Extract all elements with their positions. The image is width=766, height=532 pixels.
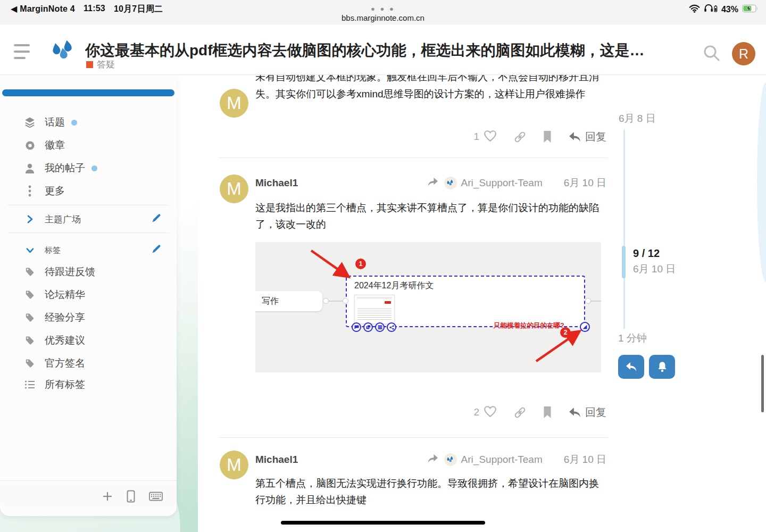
post-date[interactable]: 6月 10 日 — [564, 453, 606, 467]
post-date[interactable]: 6月 10 日 — [564, 176, 606, 190]
timeline-track — [623, 129, 625, 329]
search-icon[interactable] — [702, 44, 721, 65]
timeline-scroller[interactable] — [622, 246, 626, 278]
timeline-start-date[interactable]: 6月 8 日 — [619, 112, 656, 126]
sidebar-section-categories[interactable]: 主题广场 — [0, 211, 177, 228]
edit-pencil-icon[interactable] — [151, 244, 162, 256]
post-actions: 1 回复 — [255, 129, 606, 144]
headphones-battery-icon — [704, 4, 718, 15]
reply-to-avatar[interactable] — [444, 177, 457, 189]
sidebar-divider — [7, 232, 169, 233]
reply-button[interactable]: 回复 — [568, 130, 606, 144]
reply-label: 回复 — [585, 130, 606, 144]
notifications-bell-button[interactable] — [649, 355, 675, 379]
reply-to-name[interactable]: Ari_Support-Team — [461, 454, 543, 466]
address-bar[interactable]: bbs.marginnote.com.cn — [0, 13, 766, 22]
sidebar-tag-item[interactable]: 待跟进反馈 — [0, 263, 177, 280]
category-label: 答疑 — [97, 59, 115, 71]
sidebar-footer-divider — [0, 480, 177, 481]
reply-to-name[interactable]: Ari_Support-Team — [461, 177, 543, 189]
sidebar-item-label: 徽章 — [45, 138, 65, 152]
sidebar-item-label: 更多 — [45, 184, 65, 198]
forward-arrow-icon — [427, 453, 439, 466]
sidebar-section-tags[interactable]: 标签 — [0, 242, 177, 259]
reply-button[interactable]: 回复 — [568, 405, 606, 420]
post-text: 这是我指出的第三个槽点，其实来讲不算槽点了，算是你们设计的功能的缺陷了，该改一改… — [255, 200, 606, 232]
keyboard-shortcuts-button[interactable] — [149, 492, 163, 503]
screen: ◀ MarginNote 4 11:53 10月7日周二 ● ● ● bbs.m… — [0, 0, 766, 532]
sidebar-item-all-tags[interactable]: 所有标签 — [0, 376, 177, 393]
tag-label: 论坛精华 — [45, 288, 85, 302]
tag-label: 官方签名 — [45, 356, 85, 370]
unread-dot — [91, 165, 97, 171]
post-text: 失。其实你们可以参考xmind思维导图的设计方案的，这样让用户很难操作 — [255, 86, 606, 102]
home-indicator[interactable] — [281, 521, 485, 525]
like-count[interactable]: 1 — [473, 131, 479, 143]
post-divider — [218, 157, 608, 158]
edit-pencil-icon[interactable] — [151, 213, 162, 226]
reply-label: 回复 — [585, 405, 606, 420]
like-count[interactable]: 2 — [473, 406, 479, 418]
sidebar-footer — [0, 485, 177, 510]
sidebar-item-label: 我的帖子 — [45, 161, 85, 175]
tag-icon — [23, 359, 36, 368]
page-scrollbar[interactable] — [761, 355, 764, 412]
tag-icon — [23, 290, 36, 300]
chevron-down-icon — [23, 247, 36, 253]
timeline-current-date[interactable]: 6月 10 日 — [633, 262, 676, 276]
post-author-name[interactable]: Michael1 — [255, 177, 298, 189]
post-stream: M 未有自动创建文本框的现象。触发框在回车后不输入，不点会自动的移开且消 失。其… — [218, 75, 608, 516]
list-icon — [23, 380, 36, 389]
forum-header: 你这最基本的从pdf框选内容去做脑图的核心功能，框选出来的脑图如此模糊，这是… … — [0, 24, 766, 75]
post-divider — [218, 437, 608, 438]
post-image-mindmap[interactable]: 写作 2024年12月考研作文 — [255, 242, 601, 372]
copy-link-icon[interactable] — [513, 406, 527, 419]
post-author-avatar[interactable]: M — [220, 89, 248, 118]
hamburger-menu-icon[interactable] — [14, 44, 30, 59]
sidebar-item-badges[interactable]: 徽章 — [0, 137, 177, 154]
chevron-right-icon — [23, 215, 36, 223]
post-actions: 2 回复 — [255, 405, 606, 420]
bookmark-icon[interactable] — [543, 406, 552, 419]
badge-icon — [23, 140, 36, 151]
add-section-button[interactable] — [102, 491, 113, 504]
marginnote-logo[interactable] — [51, 37, 76, 67]
sidebar-tag-item[interactable]: 官方签名 — [0, 355, 177, 372]
sidebar-item-topics[interactable]: 话题 — [0, 114, 177, 131]
sidebar-item-label: 话题 — [45, 115, 65, 129]
sidebar-tag-item[interactable]: 论坛精华 — [0, 286, 177, 303]
tag-label: 优秀建议 — [45, 334, 85, 347]
like-heart-icon[interactable] — [483, 405, 497, 420]
post-header: Michael1 Ari_Support-Team 6月 10 日 — [255, 176, 606, 190]
unread-dot — [71, 120, 77, 126]
sidebar-accent-bar — [2, 89, 174, 96]
sidebar-item-my-posts[interactable]: 我的帖子 — [0, 160, 177, 177]
timeline-progress: 9 / 12 — [633, 247, 660, 260]
layers-icon — [23, 117, 36, 128]
reply-to-avatar[interactable] — [444, 453, 457, 466]
mobile-view-button[interactable] — [127, 490, 135, 505]
annotation-marker-1: 1 — [355, 259, 366, 269]
post-author-avatar[interactable]: M — [220, 451, 248, 479]
sidebar: 话题 徽章 我的帖子 更多 主题广场 — [0, 75, 177, 516]
topic-category[interactable]: 答疑 — [86, 59, 115, 71]
wifi-icon — [689, 4, 700, 15]
post-author-avatar[interactable]: M — [220, 174, 248, 203]
reply-topic-button[interactable] — [618, 355, 644, 379]
status-bar: ◀ MarginNote 4 11:53 10月7日周二 ● ● ● bbs.m… — [0, 0, 766, 24]
page-menu-dots[interactable]: ● ● ● — [0, 5, 766, 13]
copy-link-icon[interactable] — [513, 130, 527, 144]
section-label: 标签 — [45, 245, 61, 255]
timeline-last-activity: 1 分钟 — [618, 331, 647, 345]
sidebar-tag-item[interactable]: 经验分享 — [0, 309, 177, 326]
sidebar-item-more[interactable]: 更多 — [0, 182, 177, 200]
post-author-name[interactable]: Michael1 — [255, 454, 298, 466]
bookmark-icon[interactable] — [543, 130, 552, 143]
category-color-square — [86, 61, 93, 68]
annotation-text: 只能横着拉的目的在哪? — [494, 321, 564, 330]
sidebar-tag-item[interactable]: 优秀建议 — [0, 332, 177, 349]
annotation-arrows — [255, 242, 601, 372]
ellipsis-vertical-icon — [23, 185, 36, 197]
current-user-avatar[interactable]: R — [732, 42, 755, 65]
like-heart-icon[interactable] — [483, 129, 497, 144]
